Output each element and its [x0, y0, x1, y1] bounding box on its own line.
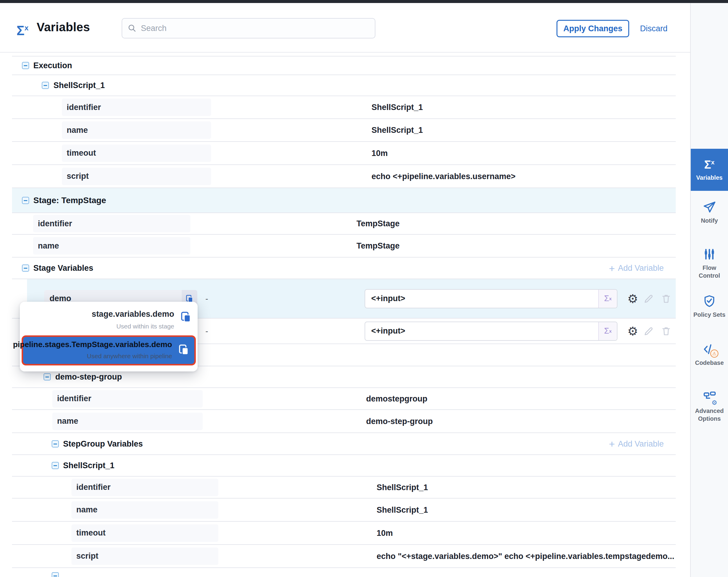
sgstep-script-label: script — [72, 548, 218, 565]
sigma-x-icon: Σx — [704, 158, 714, 171]
shellscript1-label: ShellScript_1 — [53, 81, 105, 90]
flowchart-gear-icon: ⚙ — [702, 390, 717, 404]
sgstep-identifier-value: ShellScript_1 — [376, 483, 428, 492]
copy-icon — [178, 344, 190, 356]
variable-expression-popover: stage.variables.demo Used within its sta… — [20, 302, 198, 372]
sidebar-item-codebase[interactable]: ⚠ Codebase — [691, 342, 728, 378]
field-row-stage-name: name TempStage — [12, 235, 676, 257]
variable-type-dash: - — [205, 326, 208, 336]
expression-option-stage-scope[interactable]: stage.variables.demo Used within its sta… — [20, 302, 198, 333]
edit-variable-button[interactable] — [642, 293, 655, 305]
add-variable-button-stepgroup[interactable]: + Add Variable — [609, 439, 664, 448]
sidebar-item-advanced-options[interactable]: ⚙ Advanced Options — [691, 390, 728, 432]
section-header-stage-variables: Stage Variables + Add Variable — [12, 257, 676, 279]
runtime-input-toggle[interactable]: Σx — [598, 322, 617, 340]
sidebar-item-policy-sets[interactable]: Policy Sets — [691, 294, 728, 339]
tree-node-stage-tempstage: Stage: TempStage — [12, 188, 676, 213]
variables-sigma-icon: Σx — [17, 20, 28, 39]
expression-option-pipeline-scope-selected[interactable]: pipeline.stages.TempStage.variables.demo… — [22, 335, 196, 366]
apply-changes-button[interactable]: Apply Changes — [556, 20, 629, 37]
collapse-icon-partial[interactable] — [52, 572, 59, 577]
sidebar-item-notify[interactable]: Notify — [691, 200, 728, 236]
stepgroup-variables-label: StepGroup Variables — [63, 439, 143, 448]
demo-step-group-label: demo-step-group — [55, 372, 122, 382]
page-title: Variables — [37, 20, 90, 34]
field-row-sg-name: name demo-step-group — [12, 410, 676, 433]
search-icon — [128, 24, 137, 33]
sgstep-identifier-label: identifier — [72, 479, 218, 496]
paper-plane-icon — [702, 200, 717, 214]
field-value-script: echo <+pipeline.variables.username> — [371, 172, 516, 181]
delete-variable-button[interactable] — [660, 325, 672, 337]
search-box[interactable] — [122, 18, 375, 39]
trash-icon — [661, 293, 672, 304]
stage-label: Stage: TempStage — [33, 196, 106, 205]
field-label-name: name — [62, 121, 211, 139]
field-row-timeout: timeout 10m — [12, 142, 676, 165]
runtime-input-toggle[interactable]: Σx — [598, 290, 617, 308]
field-row-sgstep-name: name ShellScript_1 — [12, 499, 676, 522]
search-input[interactable] — [141, 24, 369, 33]
execution-label: Execution — [33, 61, 72, 70]
variable-type-dash: - — [205, 294, 208, 303]
variable-value-input-demo[interactable]: <+input> Σx — [365, 289, 618, 308]
sgstep-timeout-label: timeout — [72, 524, 218, 542]
sidebar-item-variables[interactable]: Σx Variables — [691, 149, 728, 191]
field-label-identifier: identifier — [62, 99, 211, 116]
plus-icon: + — [609, 440, 615, 448]
shield-check-icon — [702, 294, 717, 308]
plus-icon: + — [609, 264, 615, 273]
window-top-bar — [0, 0, 728, 3]
section-header-stepgroup-variables: StepGroup Variables + Add Variable — [12, 433, 676, 455]
field-value-identifier: ShellScript_1 — [371, 103, 423, 112]
sg-name-label: name — [52, 412, 203, 430]
sg-shellscript1-label: ShellScript_1 — [63, 461, 114, 470]
partial-row-cutoff — [12, 568, 676, 577]
trash-icon — [661, 326, 672, 336]
collapse-icon-sg-shellscript1[interactable] — [52, 462, 59, 469]
stage-name-label: name — [33, 237, 190, 254]
copy-icon — [180, 311, 192, 323]
collapse-icon-stage[interactable] — [22, 197, 29, 204]
sliders-icon — [702, 247, 717, 261]
collapse-icon-stage-variables[interactable] — [22, 265, 29, 272]
field-label-timeout: timeout — [62, 145, 211, 162]
copy-expression-button[interactable] — [178, 344, 190, 357]
variable-settings-button[interactable]: ⚙ — [626, 325, 639, 337]
variable-settings-button[interactable]: ⚙ — [626, 293, 639, 305]
collapse-icon-execution[interactable] — [22, 62, 29, 69]
field-row-sgstep-timeout: timeout 10m — [12, 522, 676, 545]
stage-identifier-label: identifier — [33, 215, 190, 232]
delete-variable-button[interactable] — [660, 293, 672, 305]
sg-name-value: demo-step-group — [366, 417, 433, 426]
sgstep-timeout-value: 10m — [376, 528, 393, 537]
add-variable-button-stage[interactable]: + Add Variable — [609, 264, 664, 273]
stage-name-value: TempStage — [357, 241, 400, 251]
collapse-icon-stepgroup-variables[interactable] — [52, 440, 59, 448]
header-divider — [0, 52, 690, 53]
field-row-name: name ShellScript_1 — [12, 119, 676, 142]
gear-icon: ⚙ — [711, 399, 717, 406]
copy-expression-button[interactable] — [180, 311, 192, 325]
pencil-icon — [643, 325, 654, 337]
collapse-icon-shellscript1[interactable] — [42, 82, 49, 89]
sg-identifier-label: identifier — [52, 390, 203, 407]
tree-node-execution: Execution — [12, 56, 676, 75]
sg-identifier-value: demostepgroup — [366, 394, 427, 403]
field-label-script: script — [62, 168, 211, 185]
edit-variable-button[interactable] — [642, 325, 655, 337]
tree-node-shellscript1: ShellScript_1 — [12, 75, 676, 96]
stage-variables-label: Stage Variables — [33, 264, 94, 273]
field-row-stage-identifier: identifier TempStage — [12, 213, 676, 235]
panel-header: Σx Variables Apply Changes Discard — [0, 3, 690, 53]
variable-value-input-2[interactable]: <+input> Σx — [365, 322, 618, 341]
field-row-sgstep-identifier: identifier ShellScript_1 — [12, 477, 676, 499]
field-value-name: ShellScript_1 — [371, 126, 423, 135]
field-row-identifier: identifier ShellScript_1 — [12, 96, 676, 119]
discard-button[interactable]: Discard — [640, 24, 668, 33]
tree-node-sg-shellscript1: ShellScript_1 — [12, 455, 676, 477]
sidebar-item-flow-control[interactable]: Flow Control — [691, 247, 728, 289]
sgstep-script-value: echo "<+stage.variables.demo>" echo <+pi… — [376, 551, 674, 561]
collapse-icon-demo-step-group[interactable] — [44, 373, 51, 380]
field-value-timeout: 10m — [371, 148, 388, 158]
